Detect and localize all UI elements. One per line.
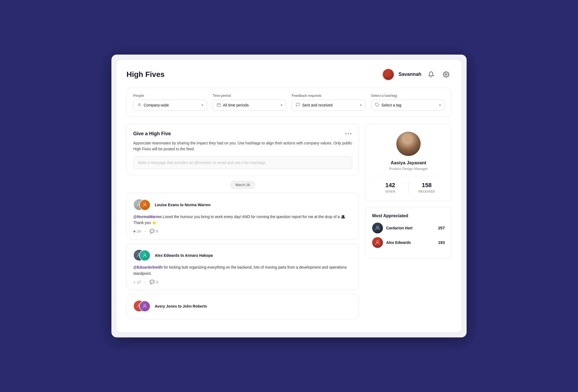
feed-item-text: @NormaWarren Loved the humour you bring … [133, 214, 352, 226]
feed-item: Louise Evans to Norma Warren @NormaWarre… [126, 193, 359, 240]
profile-avatar-image [396, 132, 421, 156]
svg-point-10 [144, 254, 146, 256]
like-button[interactable]: ♥ 17 [133, 280, 141, 284]
input-placeholder: Write a message that includes an @mentio… [138, 161, 266, 165]
heart-icon: ♥ [133, 229, 136, 234]
filters-bar: People Company-wide ▾ Time period [126, 88, 452, 116]
feed-actions: ♥ 17 • 💬 3 [133, 280, 352, 284]
mention[interactable]: @NormaWarren [133, 215, 162, 219]
person-count: 193 [438, 240, 445, 245]
svg-point-13 [376, 226, 378, 228]
feed-item: Alex Edwards to Annaru Hakopa @EduardoSm… [126, 244, 359, 290]
user-avatar[interactable] [382, 69, 394, 80]
username-label: Savannah [399, 72, 421, 77]
person-icon [137, 103, 142, 108]
feedback-value: Sent and received [302, 103, 333, 107]
feedback-label: Feedback requests [292, 94, 366, 98]
people-select[interactable]: Company-wide ▾ [133, 100, 207, 111]
feed-item-names: Avery Jones to John Roberts [155, 304, 207, 308]
svg-rect-2 [217, 103, 220, 106]
stat-received: 158 RECEIVED [408, 182, 445, 194]
profile-avatar [396, 132, 421, 156]
person-name: Cardarion Hart [386, 226, 435, 230]
svg-point-8 [144, 203, 146, 205]
calendar-icon [217, 103, 221, 108]
like-count: 17 [137, 280, 141, 284]
avatar [139, 250, 150, 261]
feed-item-names: Louise Evans to Norma Warren [155, 203, 210, 207]
chevron-down-icon: ▾ [202, 103, 203, 107]
person-count: 257 [438, 226, 445, 230]
avatar-stack [133, 199, 151, 211]
comment-button[interactable]: 💬 3 [150, 280, 158, 284]
time-filter: Time period All time periods ▾ [213, 94, 287, 111]
hashtag-label: Select a hashtag [371, 94, 445, 98]
header: High Fives Savannah [126, 69, 452, 80]
profile-name: Aasiya Jayavant [372, 160, 445, 166]
like-button[interactable]: ♥ 24 [133, 229, 141, 234]
chevron-down-icon: ▾ [281, 103, 282, 107]
list-item: Cardarion Hart 257 [372, 223, 445, 233]
received-count: 158 [409, 182, 445, 189]
time-select[interactable]: All time periods ▾ [213, 100, 287, 111]
message-icon [296, 103, 300, 108]
message-input[interactable]: Write a message that includes an @mentio… [133, 156, 352, 169]
give-highfive-card: Give a High Five ••• Appreciate teammate… [126, 124, 359, 176]
svg-point-1 [139, 103, 140, 105]
profile-stats: 142 GIVEN 158 RECEIVED [372, 176, 445, 194]
svg-point-0 [445, 74, 447, 75]
give-highfive-description: Appreciate teammates by sharing the impa… [133, 140, 352, 152]
feed-item-names: Alex Edwards to Annaru Hakopa [155, 253, 213, 258]
given-count: 142 [372, 182, 408, 189]
heart-icon: ♥ [133, 280, 136, 284]
hashtag-filter: Select a hashtag Select a tag ▾ [371, 94, 445, 111]
time-label: Time period [213, 94, 287, 98]
people-value: Company-wide [144, 103, 169, 107]
comment-icon: 💬 [150, 280, 155, 284]
feed-message: Loved the humour you bring to work every… [133, 215, 345, 225]
header-right: Savannah [382, 69, 452, 80]
person-name: Alex Edwards [386, 240, 435, 245]
svg-point-14 [376, 240, 378, 242]
svg-point-12 [144, 305, 146, 307]
comment-count: 9 [156, 229, 158, 233]
comment-icon: 💬 [150, 229, 155, 234]
feed-actions: ♥ 24 • 💬 9 [133, 229, 352, 234]
hashtag-value: Select a tag [382, 103, 401, 107]
more-options-button[interactable]: ••• [345, 131, 352, 137]
comment-count: 3 [156, 280, 158, 284]
chevron-down-icon: ▾ [360, 103, 362, 107]
comment-button[interactable]: 💬 9 [150, 229, 158, 234]
stat-given: 142 GIVEN [372, 182, 408, 194]
time-value: All time periods [223, 103, 249, 107]
mention[interactable]: @EduardoSmith [133, 265, 163, 269]
separator: • [144, 229, 146, 233]
date-label: March 28 [230, 181, 255, 189]
avatar-stack [133, 249, 151, 262]
give-highfive-title: Give a High Five [133, 131, 171, 137]
people-filter: People Company-wide ▾ [133, 94, 207, 111]
tag-icon [375, 103, 379, 108]
chevron-down-icon: ▾ [439, 103, 441, 107]
most-appreciated-title: Most Appreciated [372, 213, 445, 218]
left-panel: Give a High Five ••• Appreciate teammate… [126, 124, 359, 323]
page-title: High Fives [126, 70, 165, 79]
right-panel: Aasiya Jayavant Product Design Manager 1… [365, 124, 452, 323]
feedback-select[interactable]: Sent and received ▾ [292, 100, 366, 111]
date-divider: March 28 [126, 181, 359, 189]
avatar [372, 237, 383, 248]
like-count: 24 [137, 229, 141, 233]
feed-item-text: @EduardoSmith for kicking butt organizin… [133, 264, 352, 276]
feedback-filter: Feedback requests Sent and received ▾ [292, 94, 366, 111]
feed-item: Avery Jones to John Roberts [126, 294, 359, 319]
avatar [139, 301, 150, 312]
avatar-stack [133, 300, 151, 312]
avatar [372, 223, 383, 233]
people-label: People [133, 94, 207, 98]
main-content: Give a High Five ••• Appreciate teammate… [126, 124, 452, 323]
received-label: RECEIVED [419, 190, 435, 193]
settings-icon[interactable] [441, 69, 452, 80]
notification-icon[interactable] [426, 69, 436, 80]
given-label: GIVEN [385, 190, 395, 193]
hashtag-select[interactable]: Select a tag ▾ [371, 100, 445, 111]
